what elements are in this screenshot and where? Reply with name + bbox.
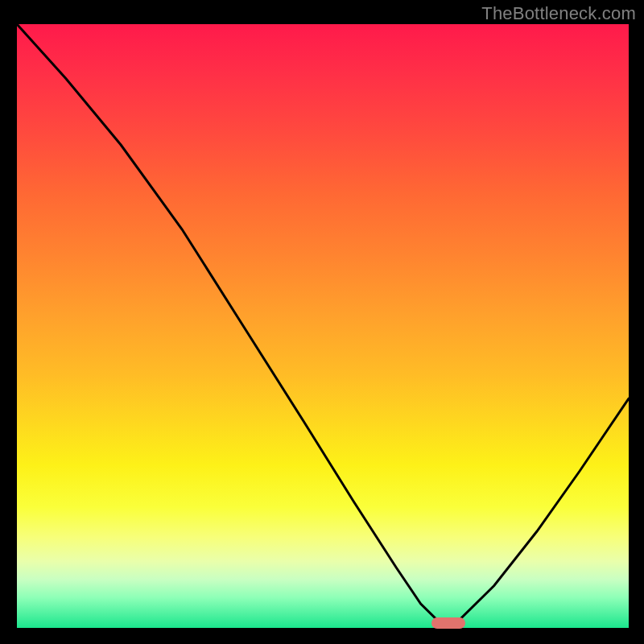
- optimal-marker: [431, 617, 465, 629]
- bottleneck-curve: [17, 24, 629, 628]
- chart-container: TheBottleneck.com: [0, 0, 644, 644]
- watermark-text: TheBottleneck.com: [481, 3, 636, 24]
- plot-area: [17, 24, 629, 628]
